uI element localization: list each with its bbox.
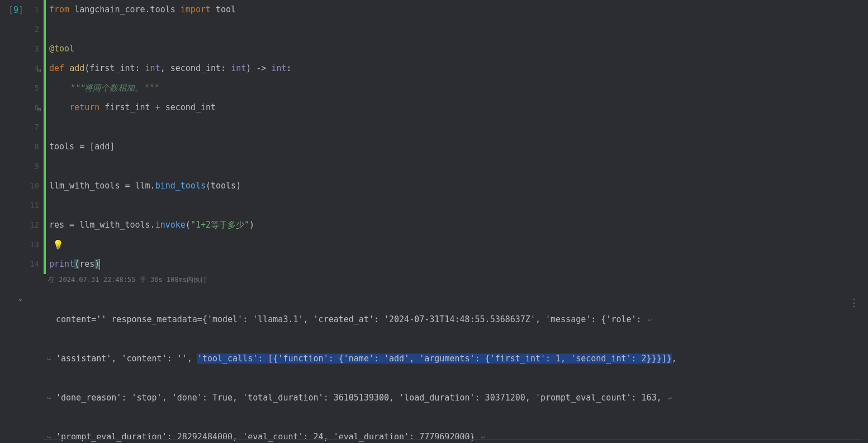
code-line: """将两个数相加。""" bbox=[49, 78, 868, 98]
code-line: from langchain_core.tools import tool bbox=[49, 0, 868, 20]
exec-bracket-close: ] bbox=[18, 5, 23, 15]
code-cell: [9] 1 2 3 4⊟ 5 6⊟ 7 8 9 10 11 12 13 14 f… bbox=[0, 0, 868, 274]
line-number: 4⊟ bbox=[28, 59, 39, 78]
wrap-icon: ↪ bbox=[47, 349, 51, 369]
divider bbox=[44, 439, 862, 440]
output-line: content='' response_metadata={'model': '… bbox=[56, 310, 846, 329]
code-line: 💡 bbox=[49, 235, 868, 255]
output-line: ↪'assistant', 'content': '', 'tool_calls… bbox=[56, 349, 846, 369]
line-number: 6⊟ bbox=[28, 98, 39, 117]
line-number: 1 bbox=[28, 0, 39, 20]
wrap-icon: ↩ bbox=[481, 433, 486, 441]
code-line: res = llm_with_tools.invoke("1+2等于多少") bbox=[49, 215, 868, 235]
code-line: tools = [add] bbox=[49, 137, 868, 157]
bulb-icon[interactable]: 💡 bbox=[53, 239, 64, 250]
line-number: 10 bbox=[28, 176, 39, 196]
text-cursor bbox=[99, 259, 100, 270]
fold-icon[interactable]: ⊟ bbox=[37, 60, 41, 80]
execution-count-gutter: [9] bbox=[0, 0, 28, 274]
selection-highlight: 'tool_calls': [{'function': {'name': 'ad… bbox=[197, 354, 672, 364]
code-line bbox=[49, 196, 868, 215]
code-line bbox=[49, 157, 868, 176]
code-line: return first_int + second_int bbox=[49, 98, 868, 117]
code-line bbox=[49, 117, 868, 137]
code-line: print(res) bbox=[49, 255, 868, 274]
wrap-icon: ↩ bbox=[668, 394, 672, 402]
code-line: def add(first_int: int, second_int: int)… bbox=[49, 59, 868, 78]
output-line: ↪'prompt_eval_duration': 28292484000, 'e… bbox=[56, 427, 846, 443]
wrap-icon: ↩ bbox=[648, 315, 652, 324]
code-line: llm_with_tools = llm.bind_tools(tools) bbox=[49, 176, 868, 196]
output-section: ⌄ content='' response_metadata={'model':… bbox=[0, 289, 868, 443]
line-number: 12 bbox=[28, 215, 39, 235]
line-number: 5 bbox=[28, 78, 39, 98]
chevron-down-icon[interactable]: ⌄ bbox=[18, 294, 22, 302]
line-number: 13 bbox=[28, 235, 39, 255]
code-line bbox=[49, 20, 868, 39]
fold-icon[interactable]: ⊟ bbox=[37, 100, 41, 119]
line-number: 8 bbox=[28, 137, 39, 157]
code-line: @tool bbox=[49, 39, 868, 59]
cell-modified-indicator bbox=[44, 0, 46, 274]
line-number: 14 bbox=[28, 255, 39, 274]
line-number: 3 bbox=[28, 39, 39, 59]
output-collapse-gutter[interactable]: ⌄ bbox=[0, 289, 34, 443]
line-number: 2 bbox=[28, 20, 39, 39]
line-number: 7 bbox=[28, 117, 39, 137]
output-text[interactable]: content='' response_metadata={'model': '… bbox=[34, 289, 868, 443]
line-number: 9 bbox=[28, 157, 39, 176]
output-line: ↪'done_reason': 'stop', 'done': True, 't… bbox=[56, 388, 846, 408]
wrap-icon: ↪ bbox=[47, 427, 51, 443]
code-editor[interactable]: from langchain_core.tools import tool @t… bbox=[47, 0, 868, 274]
line-number-gutter[interactable]: 1 2 3 4⊟ 5 6⊟ 7 8 9 10 11 12 13 14 bbox=[28, 0, 44, 274]
line-number: 11 bbox=[28, 196, 39, 215]
execution-info: 在 2024.07.31 22:48:55 于 36s 108ms内执行 bbox=[48, 274, 868, 288]
exec-count-number: 9 bbox=[13, 5, 18, 15]
exec-bracket-open: [ bbox=[8, 5, 13, 15]
wrap-icon: ↪ bbox=[47, 388, 51, 408]
kebab-menu-icon[interactable]: ⋮ bbox=[849, 301, 859, 304]
